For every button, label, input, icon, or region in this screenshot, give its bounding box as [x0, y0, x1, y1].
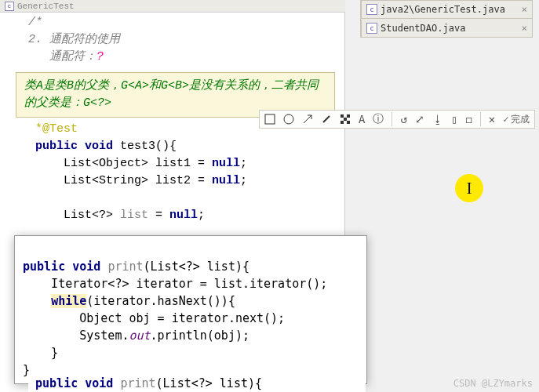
note-text: 类A是类B的父类，G<A>和G<B>是没有关系的，二者共同的父类是：G<?> — [24, 79, 319, 110]
tab-row-1: c java2\GenericTest.java × — [360, 0, 533, 19]
tab-label: java2\GenericTest.java — [381, 4, 505, 15]
breadcrumb: c GenericTest — [0, 0, 345, 13]
code-token: .println(obj); — [151, 328, 249, 343]
code-line — [0, 190, 344, 207]
svg-line-2 — [304, 115, 311, 123]
svg-rect-4 — [341, 114, 344, 118]
code-line: } — [23, 363, 30, 377]
tab-label: StudentDAO.java — [381, 23, 465, 34]
code-token: (iterator.hasNext()){ — [86, 294, 235, 308]
tab-generictest[interactable]: c java2\GenericTest.java × — [361, 1, 532, 18]
text-icon[interactable]: A — [359, 113, 365, 125]
close-icon[interactable]: × — [522, 4, 527, 15]
code-token: print — [107, 260, 143, 274]
comment-line: /* — [28, 14, 344, 31]
editor-tabs: c java2\GenericTest.java × c StudentDAO.… — [360, 0, 533, 38]
svg-rect-6 — [344, 118, 347, 121]
download-icon[interactable]: ⭳ — [432, 113, 443, 125]
file-icon: c — [366, 4, 377, 15]
cancel-icon[interactable]: ✕ — [489, 113, 495, 125]
pencil-icon[interactable] — [321, 114, 332, 125]
code-token: public — [23, 260, 65, 274]
undo-icon[interactable]: ↺ — [400, 113, 406, 125]
code-popup: public void print(List<?> list){ Iterato… — [14, 235, 367, 384]
svg-rect-8 — [347, 121, 350, 124]
arrow-icon[interactable] — [302, 114, 313, 125]
block-comment: /* 2. 通配符的使用 通配符：? — [0, 13, 344, 67]
rect-icon[interactable] — [264, 114, 275, 125]
code-token: (List<?> list){ — [144, 260, 249, 274]
svg-rect-7 — [341, 121, 344, 124]
code-line: List<Object> list1 = null; — [0, 155, 344, 172]
cutoff-line: public void print(List<?> list){ — [28, 376, 366, 392]
code-line: Iterator<?> iterator = list.iterator(); — [23, 277, 327, 291]
code-token — [23, 294, 51, 308]
tab-studentdao[interactable]: c StudentDAO.java × — [361, 20, 532, 37]
annotation-toolbar: A ⓘ ↺ ⤢ ⭳ ▯ ◻ ✕ ✓ 完成 — [259, 110, 535, 129]
code-line: } — [23, 346, 58, 360]
cursor-highlight: I — [455, 174, 483, 202]
svg-rect-0 — [265, 114, 275, 124]
code-line: Object obj = iterator.next(); — [23, 311, 285, 325]
info-icon[interactable]: ⓘ — [373, 112, 384, 126]
tab-row-2: c StudentDAO.java × — [360, 19, 533, 38]
close-icon[interactable]: × — [522, 23, 527, 34]
comment-line: 通配符：? — [28, 49, 344, 66]
code-line: public void test3(){ — [0, 138, 344, 155]
file-icon: c — [5, 2, 14, 11]
svg-rect-5 — [347, 114, 350, 118]
comment-line: 2. 通配符的使用 — [28, 31, 344, 49]
separator — [480, 112, 481, 126]
svg-line-3 — [323, 116, 330, 122]
bookmark-icon[interactable]: ◻ — [465, 113, 472, 125]
separator — [392, 112, 392, 126]
code-token: while — [51, 294, 86, 308]
mosaic-icon[interactable] — [340, 114, 351, 125]
code-token: void — [72, 260, 100, 274]
breadcrumb-label: GenericTest — [17, 0, 75, 15]
done-button[interactable]: ✓ 完成 — [503, 113, 530, 126]
code-line: List<String> list2 = null; — [0, 172, 344, 190]
phone-icon[interactable]: ▯ — [451, 113, 457, 125]
code-token: System. — [23, 328, 129, 343]
code-line: List<?> list = null; — [0, 207, 344, 224]
svg-point-1 — [284, 114, 293, 124]
code-token: out — [129, 328, 150, 343]
circle-icon[interactable] — [283, 114, 294, 125]
watermark: CSDN @LZYmarks — [453, 378, 533, 389]
file-icon: c — [366, 23, 377, 34]
expand-icon[interactable]: ⤢ — [415, 113, 424, 125]
